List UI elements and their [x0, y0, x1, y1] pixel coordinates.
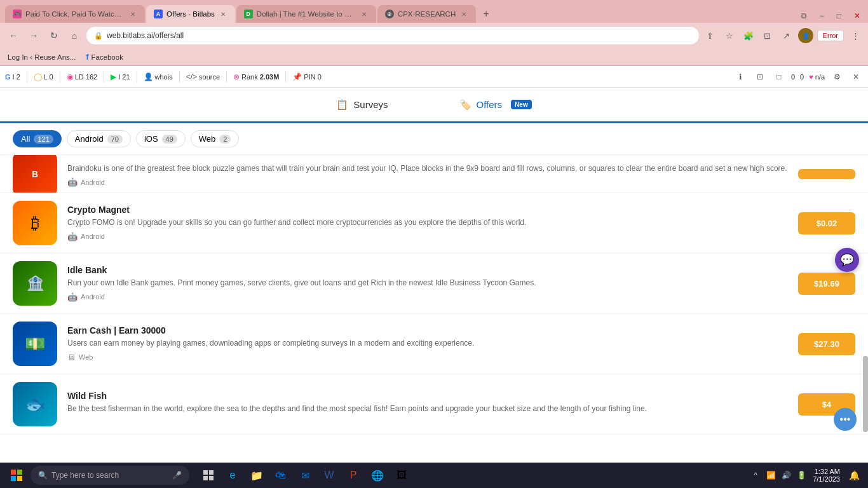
offer-thumb-braindoku: B — [13, 155, 57, 193]
offer-btn-braindoku[interactable] — [798, 169, 855, 179]
filter-all[interactable]: All 121 — [13, 130, 62, 147]
seo-g-icon: G — [5, 73, 11, 81]
facebook-icon: f — [86, 53, 88, 62]
sync-icon[interactable]: ⊡ — [760, 28, 775, 43]
seo-settings-btn[interactable]: ⚙ — [830, 70, 844, 84]
bookmark-icon[interactable]: ☆ — [722, 28, 737, 43]
tab-favicon-cpx: ⊕ — [385, 10, 394, 18]
nav-underline — [0, 121, 868, 123]
tab-close-cpx[interactable]: ✕ — [459, 10, 468, 18]
share-icon[interactable]: ↗ — [779, 28, 794, 43]
menu-icon[interactable]: ⋮ — [848, 28, 863, 43]
address-bar[interactable]: 🔒 web.bitlabs.ai/offers/all — [86, 27, 699, 44]
taskbar-powerpoint-icon[interactable]: P — [342, 464, 365, 487]
seo-source[interactable]: </> source — [186, 72, 220, 81]
filter-ios[interactable]: iOS 49 — [136, 130, 186, 147]
extensions-icon[interactable]: 🧩 — [741, 28, 756, 43]
seo-screen-btn[interactable]: ⊡ — [753, 70, 767, 84]
address-input[interactable]: web.bitlabs.ai/offers/all — [107, 31, 691, 40]
browser-close-btn[interactable]: ✕ — [851, 9, 863, 23]
tab-dollah[interactable]: D Dollah | The #1 Website to Earn C ✕ — [236, 5, 376, 23]
offer-btn-idle[interactable]: $19.69 — [798, 273, 855, 295]
tab-cpx[interactable]: ⊕ CPX-RESEARCH ✕ — [377, 5, 476, 23]
profile-avatar[interactable]: 👤 — [798, 28, 813, 43]
browser-minimize-btn[interactable]: − — [817, 9, 827, 23]
tab-close-ptc[interactable]: ✕ — [128, 10, 137, 18]
bookmark-login[interactable]: Log In ‹ Reuse Ans... — [5, 52, 78, 62]
svg-rect-5 — [209, 470, 214, 475]
seo-play: ▶ I 21 — [111, 72, 130, 81]
seo-ext-count1: 0 — [791, 73, 795, 81]
taskbar-chrome-icon[interactable]: 🌐 — [366, 464, 389, 487]
start-button[interactable] — [5, 464, 28, 487]
seo-bar: G I 2 ◯ L 0 ◉ LD 162 ▶ I 21 👤 whois </> … — [0, 66, 868, 88]
seo-ld-icon: ◉ — [67, 72, 73, 81]
tab-ptc[interactable]: 🎮 Paid To Click, Paid To Watch Vide ✕ — [5, 5, 145, 23]
bookmark-facebook[interactable]: f Facebook — [83, 51, 126, 63]
tab-close-dollah[interactable]: ✕ — [360, 10, 369, 18]
taskbar-task-view[interactable] — [197, 464, 220, 487]
offer-info-earn: Earn Cash | Earn 30000 Users can earn mo… — [67, 325, 788, 362]
nav-offers[interactable]: 🏷️ Offers New — [449, 94, 542, 116]
taskbar-edge-icon[interactable]: e — [221, 464, 244, 487]
seo-rank-label: Rank — [241, 73, 258, 81]
scroll-thumb[interactable] — [863, 356, 868, 432]
seo-sep4 — [137, 71, 137, 83]
tab-bar: 🎮 Paid To Click, Paid To Watch Vide ✕ A … — [0, 0, 868, 23]
clock-date: 7/1/2023 — [813, 475, 840, 483]
svg-rect-0 — [11, 470, 16, 475]
offer-thumb-wild: 🐟 — [13, 382, 57, 426]
tray-battery-icon[interactable]: 🔋 — [795, 469, 808, 482]
error-button[interactable]: Error — [817, 30, 844, 41]
browser-windows-btn[interactable]: ⧉ — [799, 9, 810, 23]
taskbar-photos-icon[interactable]: 🖼 — [390, 464, 413, 487]
offer-item-idle-bank: 🏦 Idle Bank Run your own Idle Bank games… — [0, 254, 868, 314]
taskbar-search-bar[interactable]: 🔍 Type here to search 🎤 — [31, 466, 189, 485]
seo-rank-value: 2.03M — [260, 73, 280, 81]
tray-sound-icon[interactable]: 🔊 — [780, 469, 792, 482]
nav-surveys[interactable]: 📋 Surveys — [326, 94, 398, 116]
seo-code-icon: </> — [186, 72, 197, 81]
tray-network-icon[interactable]: 📶 — [764, 469, 777, 482]
forward-button[interactable]: → — [25, 27, 42, 44]
svg-rect-1 — [17, 470, 22, 475]
notification-button[interactable]: 🔔 — [845, 466, 863, 484]
seo-heart-icon: ♥ — [809, 73, 813, 81]
filter-web[interactable]: Web 2 — [191, 130, 240, 147]
taskbar-tray: ^ 📶 🔊 🔋 — [749, 469, 808, 482]
svg-rect-7 — [209, 476, 214, 480]
offer-desc-idle: Run your own Idle Bank games. Print mone… — [67, 278, 788, 288]
seo-info-btn[interactable]: ℹ — [734, 70, 748, 84]
cast-icon[interactable]: ⇪ — [703, 28, 718, 43]
dots-loader[interactable]: ••• — [834, 408, 857, 431]
taskbar-clock[interactable]: 1:32 AM 7/1/2023 — [813, 468, 840, 483]
taskbar-store-icon[interactable]: 🛍 — [269, 464, 292, 487]
back-button[interactable]: ← — [5, 27, 22, 44]
seo-whois[interactable]: 👤 whois — [144, 72, 173, 81]
browser-maximize-btn[interactable]: □ — [834, 9, 844, 23]
offer-btn-crypto[interactable]: $0.02 — [798, 212, 855, 234]
filter-android[interactable]: Android 70 — [67, 130, 131, 147]
home-button[interactable]: ⌂ — [66, 27, 83, 44]
offer-btn-earn[interactable]: $27.30 — [798, 333, 855, 355]
seo-close-btn[interactable]: ✕ — [849, 70, 863, 84]
seo-share-btn[interactable]: □ — [772, 70, 786, 84]
offer-info-braindoku: Braindoku is one of the greatest free bl… — [67, 161, 788, 187]
reload-button[interactable]: ↻ — [46, 27, 62, 44]
offers-tag-icon: 🏷️ — [459, 99, 471, 111]
filter-web-label: Web — [199, 134, 216, 144]
offer-desc-wild: Be the best fisherman in the world, expl… — [67, 403, 788, 414]
svg-rect-3 — [17, 476, 22, 481]
filter-ios-label: iOS — [144, 134, 158, 144]
tray-arrow-icon[interactable]: ^ — [749, 469, 762, 482]
taskbar-mail-icon[interactable]: ✉ — [294, 464, 316, 487]
taskbar-icon-tray: e 📁 🛍 ✉ W P 🌐 🖼 — [197, 464, 413, 487]
offer-info-idle: Idle Bank Run your own Idle Bank games. … — [67, 265, 788, 302]
bookmarks-bar: Log In ‹ Reuse Ans... f Facebook — [0, 48, 868, 66]
taskbar-word-icon[interactable]: W — [318, 464, 341, 487]
tab-bitlabs[interactable]: A Offers - Bitlabs ✕ — [146, 5, 235, 23]
new-tab-button[interactable]: + — [477, 5, 495, 23]
tab-close-bitlabs[interactable]: ✕ — [219, 10, 227, 18]
taskbar-explorer-icon[interactable]: 📁 — [245, 464, 268, 487]
chat-bubble-button[interactable]: 💬 — [835, 248, 859, 272]
